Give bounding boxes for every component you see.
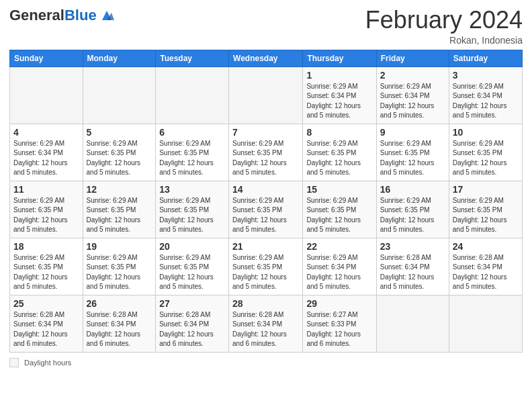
calendar-cell: 19Sunrise: 6:29 AM Sunset: 6:35 PM Dayli… — [83, 238, 156, 295]
calendar-day-header: Sunday — [10, 50, 83, 66]
day-number: 10 — [453, 127, 519, 138]
day-info: Sunrise: 6:29 AM Sunset: 6:34 PM Dayligh… — [380, 82, 445, 121]
logo-text: GeneralBlue — [9, 7, 114, 24]
day-info: Sunrise: 6:28 AM Sunset: 6:34 PM Dayligh… — [380, 253, 445, 292]
calendar-week-row: 25Sunrise: 6:28 AM Sunset: 6:34 PM Dayli… — [10, 295, 523, 352]
calendar-day-header: Monday — [83, 50, 156, 66]
calendar-cell: 5Sunrise: 6:29 AM Sunset: 6:35 PM Daylig… — [83, 124, 156, 181]
calendar-cell: 15Sunrise: 6:29 AM Sunset: 6:35 PM Dayli… — [303, 181, 376, 238]
day-info: Sunrise: 6:29 AM Sunset: 6:35 PM Dayligh… — [13, 253, 79, 292]
day-number: 9 — [380, 127, 445, 138]
calendar-cell — [10, 66, 83, 124]
calendar-cell: 9Sunrise: 6:29 AM Sunset: 6:35 PM Daylig… — [376, 124, 449, 181]
calendar-cell: 27Sunrise: 6:28 AM Sunset: 6:34 PM Dayli… — [156, 295, 229, 352]
day-info: Sunrise: 6:29 AM Sunset: 6:35 PM Dayligh… — [87, 253, 152, 292]
day-info: Sunrise: 6:27 AM Sunset: 6:33 PM Dayligh… — [306, 310, 372, 349]
calendar-cell: 25Sunrise: 6:28 AM Sunset: 6:34 PM Dayli… — [10, 295, 83, 352]
day-number: 7 — [232, 127, 299, 138]
calendar-cell — [156, 66, 229, 124]
day-number: 5 — [87, 127, 152, 138]
calendar-week-row: 4Sunrise: 6:29 AM Sunset: 6:34 PM Daylig… — [10, 124, 523, 181]
page: GeneralBlue February 2024 Rokan, Indones… — [0, 0, 532, 377]
calendar-cell: 10Sunrise: 6:29 AM Sunset: 6:35 PM Dayli… — [449, 124, 522, 181]
calendar-cell: 20Sunrise: 6:29 AM Sunset: 6:35 PM Dayli… — [156, 238, 229, 295]
day-info: Sunrise: 6:29 AM Sunset: 6:35 PM Dayligh… — [87, 196, 152, 235]
calendar-day-header: Thursday — [303, 50, 376, 66]
day-info: Sunrise: 6:28 AM Sunset: 6:34 PM Dayligh… — [159, 310, 225, 349]
logo: GeneralBlue — [9, 7, 114, 24]
day-info: Sunrise: 6:29 AM Sunset: 6:35 PM Dayligh… — [380, 139, 445, 178]
day-number: 17 — [453, 184, 519, 195]
calendar-day-header: Wednesday — [229, 50, 303, 66]
day-number: 2 — [380, 70, 445, 81]
day-info: Sunrise: 6:29 AM Sunset: 6:34 PM Dayligh… — [306, 253, 372, 292]
calendar-cell: 16Sunrise: 6:29 AM Sunset: 6:35 PM Dayli… — [376, 181, 449, 238]
calendar-cell — [376, 295, 449, 352]
calendar-cell: 12Sunrise: 6:29 AM Sunset: 6:35 PM Dayli… — [83, 181, 156, 238]
calendar-cell: 1Sunrise: 6:29 AM Sunset: 6:34 PM Daylig… — [303, 66, 376, 124]
day-info: Sunrise: 6:29 AM Sunset: 6:35 PM Dayligh… — [380, 196, 445, 235]
calendar-day-header: Saturday — [449, 50, 522, 66]
day-info: Sunrise: 6:28 AM Sunset: 6:34 PM Dayligh… — [232, 310, 299, 349]
day-number: 24 — [453, 241, 519, 252]
footer-label: Daylight hours — [24, 359, 71, 367]
calendar-cell: 14Sunrise: 6:29 AM Sunset: 6:35 PM Dayli… — [229, 181, 303, 238]
day-number: 21 — [232, 241, 299, 252]
calendar-cell: 2Sunrise: 6:29 AM Sunset: 6:34 PM Daylig… — [376, 66, 449, 124]
calendar-week-row: 11Sunrise: 6:29 AM Sunset: 6:35 PM Dayli… — [10, 181, 523, 238]
day-number: 18 — [13, 241, 79, 252]
day-number: 6 — [159, 127, 225, 138]
day-number: 12 — [87, 184, 152, 195]
calendar-day-header: Friday — [376, 50, 449, 66]
calendar-cell: 17Sunrise: 6:29 AM Sunset: 6:35 PM Dayli… — [449, 181, 522, 238]
day-info: Sunrise: 6:29 AM Sunset: 6:35 PM Dayligh… — [159, 196, 225, 235]
day-info: Sunrise: 6:29 AM Sunset: 6:35 PM Dayligh… — [232, 253, 299, 292]
logo-icon — [99, 8, 114, 23]
day-number: 26 — [87, 298, 152, 309]
day-info: Sunrise: 6:29 AM Sunset: 6:34 PM Dayligh… — [13, 139, 79, 178]
month-title: February 2024 — [365, 7, 523, 34]
daylight-box — [9, 358, 19, 367]
day-info: Sunrise: 6:29 AM Sunset: 6:35 PM Dayligh… — [306, 196, 372, 235]
day-info: Sunrise: 6:29 AM Sunset: 6:35 PM Dayligh… — [159, 253, 225, 292]
calendar-cell: 21Sunrise: 6:29 AM Sunset: 6:35 PM Dayli… — [229, 238, 303, 295]
calendar-cell: 23Sunrise: 6:28 AM Sunset: 6:34 PM Dayli… — [376, 238, 449, 295]
day-number: 1 — [306, 70, 372, 81]
location: Rokan, Indonesia — [365, 35, 523, 46]
day-info: Sunrise: 6:29 AM Sunset: 6:34 PM Dayligh… — [453, 82, 519, 121]
day-number: 22 — [306, 241, 372, 252]
day-number: 29 — [306, 298, 372, 309]
calendar-cell: 22Sunrise: 6:29 AM Sunset: 6:34 PM Dayli… — [303, 238, 376, 295]
day-info: Sunrise: 6:29 AM Sunset: 6:35 PM Dayligh… — [13, 196, 79, 235]
day-info: Sunrise: 6:29 AM Sunset: 6:34 PM Dayligh… — [306, 82, 372, 121]
day-number: 19 — [87, 241, 152, 252]
calendar-cell — [229, 66, 303, 124]
day-info: Sunrise: 6:28 AM Sunset: 6:34 PM Dayligh… — [87, 310, 152, 349]
day-info: Sunrise: 6:29 AM Sunset: 6:35 PM Dayligh… — [453, 196, 519, 235]
day-number: 20 — [159, 241, 225, 252]
calendar-cell: 4Sunrise: 6:29 AM Sunset: 6:34 PM Daylig… — [10, 124, 83, 181]
day-number: 23 — [380, 241, 445, 252]
footer: Daylight hours — [9, 358, 523, 367]
day-number: 15 — [306, 184, 372, 195]
calendar-cell — [83, 66, 156, 124]
day-info: Sunrise: 6:29 AM Sunset: 6:35 PM Dayligh… — [232, 139, 299, 178]
calendar-cell: 26Sunrise: 6:28 AM Sunset: 6:34 PM Dayli… — [83, 295, 156, 352]
day-number: 16 — [380, 184, 445, 195]
day-number: 3 — [453, 70, 519, 81]
day-number: 14 — [232, 184, 299, 195]
day-number: 8 — [306, 127, 372, 138]
day-number: 13 — [159, 184, 225, 195]
day-number: 25 — [13, 298, 79, 309]
header-right: February 2024 Rokan, Indonesia — [365, 7, 523, 46]
calendar-cell: 7Sunrise: 6:29 AM Sunset: 6:35 PM Daylig… — [229, 124, 303, 181]
day-number: 27 — [159, 298, 225, 309]
day-info: Sunrise: 6:28 AM Sunset: 6:34 PM Dayligh… — [453, 253, 519, 292]
calendar-cell — [449, 295, 522, 352]
calendar: SundayMondayTuesdayWednesdayThursdayFrid… — [9, 50, 523, 353]
header: GeneralBlue February 2024 Rokan, Indones… — [9, 7, 523, 46]
logo-general: GeneralBlue — [9, 7, 97, 24]
calendar-cell: 6Sunrise: 6:29 AM Sunset: 6:35 PM Daylig… — [156, 124, 229, 181]
calendar-cell: 3Sunrise: 6:29 AM Sunset: 6:34 PM Daylig… — [449, 66, 522, 124]
calendar-header-row: SundayMondayTuesdayWednesdayThursdayFrid… — [10, 50, 523, 66]
